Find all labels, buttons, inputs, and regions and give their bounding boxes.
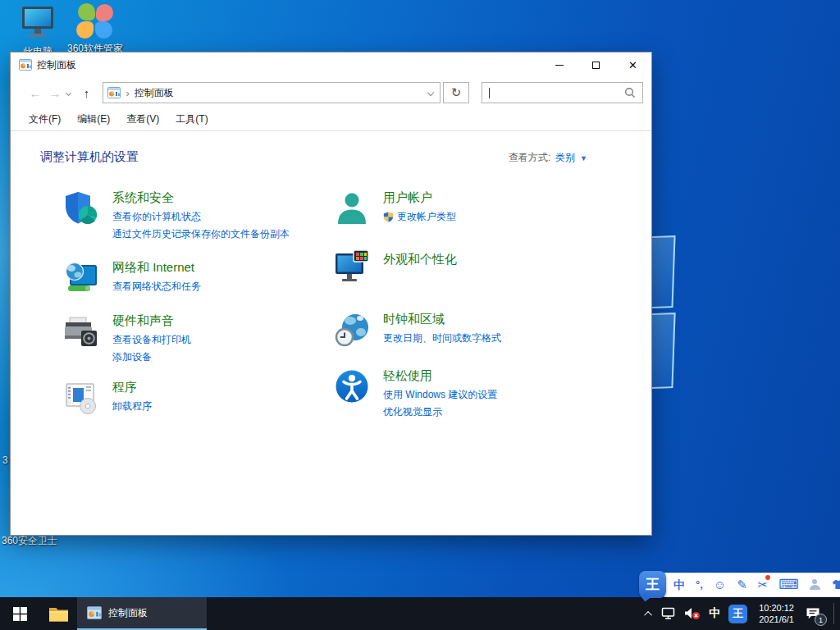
task-label: 控制面板 [108,606,148,620]
menu-bar: 文件(F) 编辑(E) 查看(V) 工具(T) [11,108,651,131]
breadcrumb[interactable]: 控制面板 [135,86,428,100]
globe-clock-icon[interactable] [334,311,373,351]
category-system-security: 系统和安全 查看你的计算机状态 通过文件历史记录保存你的文件备份副本 [63,189,334,243]
category-link[interactable]: 添加设备 [112,349,191,366]
handwriting-pencil-icon[interactable]: ✎ [737,578,747,591]
category-title[interactable]: 程序 [112,379,152,395]
menu-edit[interactable]: 编辑(E) [77,112,110,126]
refresh-button[interactable]: ↻ [443,82,470,103]
menu-view[interactable]: 查看(V) [126,112,159,126]
windows-logo-icon [13,607,27,621]
close-icon: ✕ [628,60,637,71]
desktop: 此电脑 360软件管家 3 360安全卫士 控制面板 [0,0,840,630]
printer-speaker-icon[interactable] [63,313,103,366]
red-dot-badge [765,575,770,580]
category-link[interactable]: 更改帐户类型 [397,208,456,226]
navigation-bar: ← → ↑ › 控制面板 ↻ [11,77,651,108]
category-link[interactable]: 查看你的计算机状态 [112,208,290,226]
tray-time: 10:20:12 [759,602,794,614]
file-explorer-icon [48,605,69,623]
category-title[interactable]: 网络和 Internet [112,259,201,276]
control-panel-window: 控制面板 ✕ ← → ↑ › 控制 [10,52,652,536]
taskbar: 控制面板 中 王 [0,597,840,630]
pinwheel-icon [74,2,116,39]
taskbar-clock[interactable]: 10:20:12 2021/6/1 [751,602,801,625]
category-title[interactable]: 系统和安全 [112,189,290,206]
address-bar[interactable]: › 控制面板 [103,82,440,103]
category-title[interactable]: 用户帐户 [383,189,456,206]
account-icon[interactable] [810,579,820,590]
tray-date: 2021/6/1 [759,614,794,625]
back-button[interactable]: ← [25,86,45,100]
taskbar-task-control-panel[interactable]: 控制面板 [77,597,207,630]
category-title[interactable]: 硬件和声音 [112,313,191,329]
this-pc-icon [19,5,57,39]
wang-app-tray-icon[interactable]: 王 [724,597,751,630]
ime-chinese-mode-button[interactable]: 中 [673,579,685,591]
category-title[interactable]: 时钟和区域 [383,311,501,327]
view-by-label: 查看方式: [509,151,550,165]
category-title[interactable]: 外观和个性化 [383,251,457,267]
forward-button[interactable]: → [45,86,65,100]
system-tray: 中 王 10:20:12 2021/6/1 1 [642,597,840,630]
address-dropdown-chevron-icon[interactable] [427,89,433,96]
ime-language-indicator[interactable]: 中 [705,597,724,630]
view-by-value[interactable]: 类别 [555,151,575,165]
category-ease-of-access: 轻松使用 使用 Windows 建议的设置 优化视觉显示 [334,368,501,421]
search-input[interactable] [482,82,643,103]
network-globe-icon[interactable] [63,259,103,299]
content-area: 调整计算机的设置 查看方式: 类别 ▼ [11,131,651,535]
category-link[interactable]: 优化视觉显示 [383,404,497,421]
control-panel-icon [107,86,121,99]
titlebar[interactable]: 控制面板 ✕ [11,52,651,77]
start-button[interactable] [0,597,39,630]
recent-pages-chevron-icon[interactable] [66,89,71,95]
maximize-button[interactable] [578,52,614,77]
search-icon [624,87,636,98]
minimize-button[interactable] [541,52,578,77]
file-explorer-button[interactable] [39,597,77,630]
screenshot-scissors-icon[interactable]: ✂ [758,578,769,591]
category-appearance: 外观和个性化 [334,248,501,288]
category-link[interactable]: 通过文件历史记录保存你的文件备份副本 [112,226,290,243]
category-clock-region: 时钟和区域 更改日期、时间或数字格式 [334,311,501,351]
wang-icon: 王 [728,605,747,623]
user-silhouette-icon[interactable] [334,189,373,230]
category-hardware-sound: 硬件和声音 查看设备和打印机 添加设备 [63,313,334,366]
category-link[interactable]: 更改日期、时间或数字格式 [383,330,501,347]
soft-keyboard-icon[interactable]: ⌨ [778,578,799,591]
desktop-icon-label-360[interactable]: 360安全卫士 [2,534,57,548]
category-user-accounts: 用户帐户 更改帐户类型 [334,189,501,230]
ime-toolbar: 王 中 °, ☺ ✎ ✂ ⌨ ⚙ [639,571,840,598]
view-by-dropdown-icon[interactable]: ▼ [580,154,587,162]
tray-separator [833,603,834,624]
category-link[interactable]: 查看设备和打印机 [112,331,191,349]
menu-tools[interactable]: 工具(T) [176,112,208,126]
category-link[interactable]: 卸载程序 [112,398,152,415]
up-button[interactable]: ↑ [77,86,97,100]
control-panel-icon [87,605,102,620]
notification-count-badge: 1 [815,614,827,626]
accessibility-icon[interactable] [334,368,373,421]
volume-tray-icon[interactable] [680,597,705,630]
skin-tshirt-icon[interactable] [831,579,840,590]
category-link[interactable]: 使用 Windows 建议的设置 [383,386,497,404]
menu-file[interactable]: 文件(F) [29,112,61,126]
text-caret [489,88,490,98]
category-link[interactable]: 查看网络状态和任务 [112,278,201,295]
display-personalization-icon[interactable] [334,248,373,288]
chevron-up-icon [644,610,652,619]
notification-center-button[interactable]: 1 [801,597,829,630]
category-title[interactable]: 轻松使用 [383,368,497,384]
emoji-icon[interactable]: ☺ [714,578,726,591]
network-tray-icon[interactable] [656,597,680,630]
volume-muted-icon [684,607,701,620]
programs-cd-icon[interactable] [63,379,103,419]
desktop-icon-360-software[interactable]: 360软件管家 [64,2,126,56]
close-button[interactable]: ✕ [614,52,651,77]
maximize-icon [592,62,600,69]
refresh-icon: ↻ [451,85,462,100]
shield-security-icon[interactable] [63,189,103,243]
ime-punctuation-button[interactable]: °, [696,579,703,590]
ime-logo[interactable]: 王 [639,571,666,598]
